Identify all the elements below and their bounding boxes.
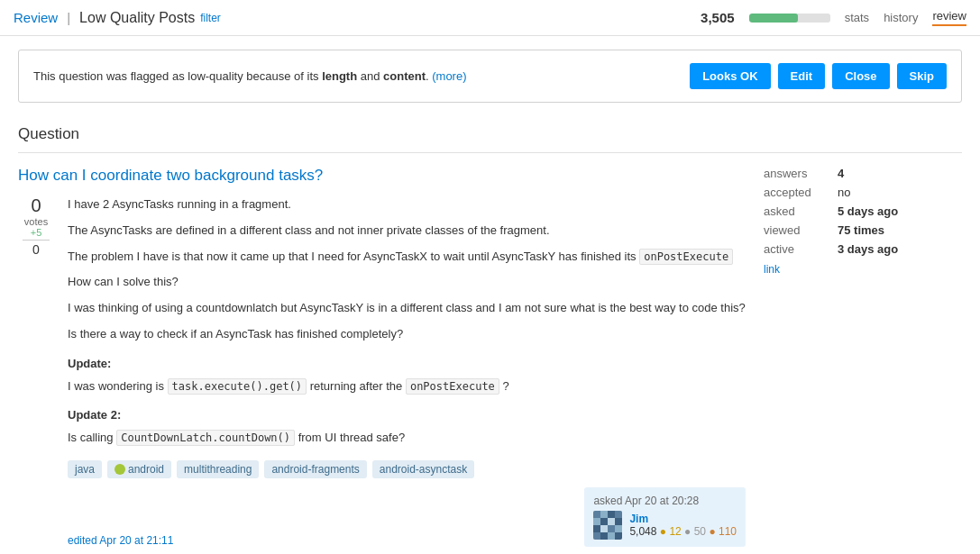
user-card: asked Apr 20 at 20:28 — [584, 487, 746, 547]
stat-asked: asked 5 days ago — [764, 204, 962, 218]
viewed-value: 75 times — [838, 223, 884, 237]
section-title: Question — [18, 116, 962, 153]
vote-divider — [23, 240, 50, 241]
body-line-6: Is there a way to check if an AsyncTask … — [68, 325, 746, 344]
update2-label: Update 2: — [68, 406, 746, 425]
banner-prefix: This question was flagged as low-quality… — [33, 69, 322, 83]
user-rep: 5,048 ● 12 ● 50 ● 110 — [629, 525, 737, 538]
tag-android-asynctask[interactable]: android-asynctask — [372, 460, 474, 478]
header-separator: | — [67, 10, 70, 25]
android-icon — [114, 464, 125, 475]
svg-rect-1 — [600, 511, 608, 518]
queue-count: 3,505 — [701, 10, 735, 25]
asked-label: asked — [764, 204, 827, 218]
svg-rect-14 — [608, 532, 615, 540]
svg-rect-13 — [600, 532, 608, 540]
asked-value: 5 days ago — [838, 204, 898, 218]
stats-link[interactable]: stats — [845, 11, 869, 24]
review-banner: This question was flagged as low-quality… — [18, 50, 962, 103]
avatar — [593, 511, 622, 540]
svg-rect-15 — [615, 532, 622, 540]
accepted-label: accepted — [764, 186, 827, 199]
answers-label: answers — [764, 167, 827, 180]
vote-count-down: 0 — [32, 242, 40, 257]
update1-text: I was wondering is task.execute().get() … — [68, 377, 746, 396]
edit-button[interactable]: Edit — [778, 63, 826, 89]
header-right: 3,505 stats history review — [701, 9, 966, 26]
body-line-2: The AsyncTasks are defined in a differen… — [68, 222, 746, 241]
svg-rect-2 — [608, 511, 615, 518]
tag-java[interactable]: java — [68, 460, 102, 478]
user-info: Jim 5,048 ● 12 ● 50 ● 110 — [629, 513, 737, 538]
banner-and: and — [357, 69, 383, 83]
link-link[interactable]: link — [764, 263, 962, 276]
banner-content: content — [383, 69, 426, 83]
edited-link[interactable]: edited Apr 20 at 21:11 — [68, 534, 173, 547]
question-left: How can I coordinate two background task… — [18, 167, 746, 547]
answers-value: 4 — [838, 167, 844, 180]
post-text: I have 2 AsyncTasks running in a fragmen… — [68, 195, 746, 448]
body-line-3: The problem I have is that now it came u… — [68, 248, 746, 267]
update2-code: CountDownLatch.countDown() — [116, 430, 295, 446]
vote-plus: +5 — [31, 227, 42, 238]
review-link[interactable]: Review — [14, 10, 58, 25]
accepted-value: no — [838, 186, 850, 199]
user-name[interactable]: Jim — [629, 513, 648, 525]
stat-viewed: viewed 75 times — [764, 223, 962, 237]
tag-multithreading[interactable]: multithreading — [177, 460, 259, 478]
body-line-1: I have 2 AsyncTasks running in a fragmen… — [68, 195, 746, 214]
update1-code: task.execute().get() — [168, 378, 307, 395]
svg-rect-3 — [615, 511, 622, 518]
inline-code-1: onPostExecute — [639, 249, 733, 265]
stat-accepted: accepted no — [764, 186, 962, 199]
question-area: How can I coordinate two background task… — [18, 167, 962, 547]
header-left: Review | Low Quality Posts filter — [14, 10, 701, 26]
looks-ok-button[interactable]: Looks OK — [690, 63, 770, 89]
rep-silver: ● 50 — [684, 525, 706, 538]
sidebar-stats: answers 4 accepted no asked 5 days ago v… — [764, 167, 962, 547]
filter-link[interactable]: filter — [200, 12, 221, 24]
stat-active: active 3 days ago — [764, 242, 962, 256]
svg-rect-11 — [615, 525, 622, 532]
tags: java android multithreading android-frag… — [68, 460, 746, 478]
banner-length: length — [322, 69, 357, 83]
avatar-image — [593, 511, 622, 540]
rep-gold: ● 12 — [660, 525, 682, 538]
svg-rect-8 — [593, 525, 600, 532]
more-link[interactable]: (more) — [432, 69, 466, 83]
body-line-5: I was thinking of using a countdownlatch… — [68, 299, 746, 318]
post-layout: 0 votes +5 0 I have 2 AsyncTasks running… — [18, 195, 746, 547]
close-button[interactable]: Close — [832, 63, 889, 89]
body-line-4: How can I solve this? — [68, 273, 746, 292]
history-link[interactable]: history — [884, 11, 918, 24]
svg-rect-5 — [600, 518, 608, 525]
progress-bar — [749, 14, 830, 23]
active-value: 3 days ago — [838, 242, 898, 256]
svg-rect-7 — [615, 518, 622, 525]
banner-actions: Looks OK Edit Close Skip — [690, 63, 947, 89]
review-tab[interactable]: review — [932, 9, 966, 26]
main-content: Question How can I coordinate two backgr… — [0, 116, 980, 554]
update1-code2: onPostExecute — [406, 378, 499, 395]
update2-text: Is calling CountDownLatch.countDown() fr… — [68, 429, 746, 448]
tag-android-fragments[interactable]: android-fragments — [264, 460, 366, 478]
rep-bronze: ● 110 — [709, 525, 737, 538]
progress-bar-fill — [749, 14, 798, 23]
page-title: Low Quality Posts — [79, 10, 195, 26]
user-card-body: Jim 5,048 ● 12 ● 50 ● 110 — [593, 511, 737, 540]
viewed-label: viewed — [764, 223, 827, 237]
user-card-header: asked Apr 20 at 20:28 — [593, 495, 737, 507]
vote-cell: 0 votes +5 0 — [18, 195, 54, 547]
question-title[interactable]: How can I coordinate two background task… — [18, 167, 746, 185]
svg-rect-4 — [593, 518, 600, 525]
tag-android[interactable]: android — [107, 460, 171, 478]
svg-rect-9 — [600, 525, 608, 532]
post-body: I have 2 AsyncTasks running in a fragmen… — [68, 195, 746, 547]
skip-button[interactable]: Skip — [897, 63, 947, 89]
vote-label: votes — [24, 216, 48, 227]
rep-value: 5,048 — [629, 525, 656, 538]
svg-rect-6 — [608, 518, 615, 525]
svg-rect-0 — [593, 511, 600, 518]
vote-count: 0 — [31, 195, 41, 216]
post-footer: edited Apr 20 at 21:11 asked Apr 20 at 2… — [68, 487, 746, 547]
